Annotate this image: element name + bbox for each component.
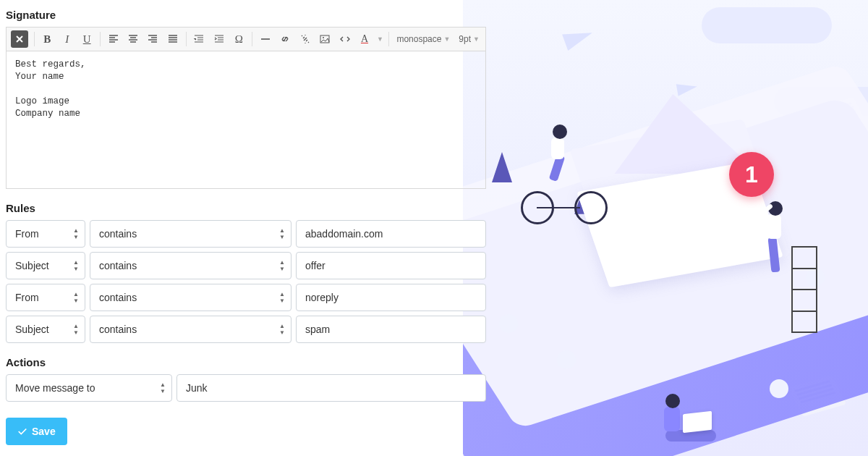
- italic-button[interactable]: I: [57, 29, 77, 49]
- rule-condition-select[interactable]: contains▲▼: [90, 316, 292, 343]
- horizontal-rule-icon[interactable]: [255, 29, 275, 49]
- toolbar-separator: [252, 32, 252, 46]
- svg-point-1: [323, 37, 324, 38]
- actions-row: Move message to▲▼ Junk: [6, 374, 486, 402]
- save-button[interactable]: Save: [6, 418, 67, 445]
- underline-button[interactable]: U: [77, 29, 96, 49]
- signature-heading: Signature: [6, 9, 486, 21]
- font-family-select[interactable]: monospace▼: [392, 34, 454, 44]
- font-size-select[interactable]: 9pt▼: [454, 34, 484, 44]
- save-button-label: Save: [32, 426, 56, 437]
- rule-field-select[interactable]: Subject▲▼: [6, 316, 85, 343]
- align-left-icon[interactable]: [103, 29, 123, 49]
- close-editor-icon[interactable]: [11, 30, 28, 48]
- cyclist-icon: [521, 123, 608, 224]
- align-center-icon[interactable]: [123, 29, 142, 49]
- rule-value-input[interactable]: abaddomain.com: [296, 220, 486, 248]
- align-right-icon[interactable]: [143, 29, 163, 49]
- action-target-input[interactable]: Junk: [176, 374, 486, 402]
- rule-condition-select[interactable]: contains▲▼: [90, 252, 292, 279]
- toolbar-separator: [34, 32, 35, 46]
- ladder-person-icon: [767, 188, 825, 333]
- rule-value-input[interactable]: offer: [296, 252, 486, 279]
- hero-illustration: 1: [463, 0, 868, 456]
- rule-field-select[interactable]: From▲▼: [6, 284, 85, 311]
- check-icon: [17, 426, 27, 436]
- rule-row: From▲▼ contains▲▼ abaddomain.com: [6, 220, 486, 248]
- rule-value-input[interactable]: spam: [296, 316, 486, 343]
- rule-field-select[interactable]: From▲▼: [6, 220, 85, 248]
- action-type-select[interactable]: Move message to▲▼: [6, 374, 172, 402]
- actions-heading: Actions: [6, 356, 486, 368]
- image-icon[interactable]: [315, 29, 334, 49]
- rule-field-select[interactable]: Subject▲▼: [6, 252, 85, 279]
- rule-row: Subject▲▼ contains▲▼ offer: [6, 252, 486, 279]
- outdent-icon[interactable]: [190, 29, 209, 49]
- rule-condition-select[interactable]: contains▲▼: [90, 284, 292, 311]
- sitting-person-icon: [651, 355, 738, 442]
- special-char-icon[interactable]: Ω: [229, 29, 249, 49]
- text-color-dropdown-icon[interactable]: ▼: [375, 29, 386, 49]
- envelope-icon: [593, 130, 767, 275]
- toolbar-separator: [100, 32, 101, 46]
- rule-condition-select[interactable]: contains▲▼: [90, 220, 292, 248]
- bold-button[interactable]: B: [38, 29, 57, 49]
- paper-plane-icon: [562, 25, 595, 51]
- rule-value-input[interactable]: noreply: [296, 284, 486, 311]
- unlink-icon[interactable]: [295, 29, 315, 49]
- align-justify-icon[interactable]: [163, 29, 182, 49]
- indent-icon[interactable]: [209, 29, 229, 49]
- link-icon[interactable]: [275, 29, 294, 49]
- rules-list: From▲▼ contains▲▼ abaddomain.com Subject…: [6, 220, 486, 343]
- signature-editor[interactable]: Best regards, Your name Logo image Compa…: [6, 51, 486, 189]
- text-color-icon[interactable]: A: [354, 29, 374, 49]
- toolbar-separator: [388, 32, 389, 46]
- rule-row: From▲▼ contains▲▼ noreply: [6, 284, 486, 311]
- editor-toolbar: B I U Ω A ▼ monospace▼ 9pt▼: [6, 27, 486, 51]
- toolbar-separator: [186, 32, 187, 46]
- rules-heading: Rules: [6, 202, 486, 214]
- rule-row: Subject▲▼ contains▲▼ spam: [6, 316, 486, 343]
- code-icon[interactable]: [335, 29, 354, 49]
- tree-icon: [492, 152, 512, 182]
